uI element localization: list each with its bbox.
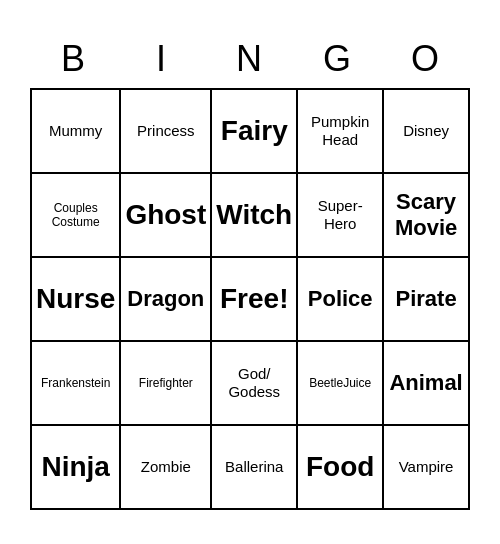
bingo-letter: I: [118, 34, 206, 88]
bingo-cell: Mummy: [32, 90, 121, 174]
bingo-cell: Witch: [212, 174, 298, 258]
bingo-cell: Pirate: [384, 258, 470, 342]
cell-text: Couples Costume: [36, 201, 115, 230]
cell-text: Police: [308, 286, 373, 312]
cell-text: Vampire: [399, 458, 454, 476]
bingo-cell: Ninja: [32, 426, 121, 510]
bingo-cell: Food: [298, 426, 384, 510]
cell-text: Mummy: [49, 122, 102, 140]
bingo-cell: Super-Hero: [298, 174, 384, 258]
cell-text: God/ Godess: [216, 365, 292, 401]
bingo-cell: Frankenstein: [32, 342, 121, 426]
cell-text: Food: [306, 450, 374, 484]
bingo-cell: Princess: [121, 90, 212, 174]
cell-text: Ninja: [41, 450, 109, 484]
bingo-cell: Disney: [384, 90, 470, 174]
bingo-cell: Free!: [212, 258, 298, 342]
cell-text: Princess: [137, 122, 195, 140]
cell-text: Dragon: [127, 286, 204, 312]
bingo-letter: G: [294, 34, 382, 88]
cell-text: Scary Movie: [388, 189, 464, 242]
bingo-cell: Couples Costume: [32, 174, 121, 258]
bingo-cell: Police: [298, 258, 384, 342]
bingo-letter: O: [382, 34, 470, 88]
cell-text: Firefighter: [139, 376, 193, 390]
cell-text: Zombie: [141, 458, 191, 476]
bingo-cell: Vampire: [384, 426, 470, 510]
bingo-header: BINGO: [30, 34, 470, 88]
bingo-cell: Fairy: [212, 90, 298, 174]
cell-text: Ballerina: [225, 458, 283, 476]
bingo-cell: Pumpkin Head: [298, 90, 384, 174]
bingo-cell: Nurse: [32, 258, 121, 342]
bingo-card: BINGO MummyPrincessFairyPumpkin HeadDisn…: [20, 24, 480, 520]
bingo-letter: N: [206, 34, 294, 88]
cell-text: Frankenstein: [41, 376, 110, 390]
cell-text: Pumpkin Head: [302, 113, 378, 149]
bingo-cell: Scary Movie: [384, 174, 470, 258]
bingo-cell: BeetleJuice: [298, 342, 384, 426]
bingo-cell: Animal: [384, 342, 470, 426]
cell-text: Nurse: [36, 282, 115, 316]
bingo-cell: Ghost: [121, 174, 212, 258]
cell-text: Animal: [389, 370, 462, 396]
cell-text: Free!: [220, 282, 288, 316]
cell-text: Super-Hero: [302, 197, 378, 233]
bingo-cell: Zombie: [121, 426, 212, 510]
cell-text: Ghost: [125, 198, 206, 232]
cell-text: Pirate: [395, 286, 456, 312]
bingo-cell: Ballerina: [212, 426, 298, 510]
bingo-letter: B: [30, 34, 118, 88]
bingo-grid: MummyPrincessFairyPumpkin HeadDisneyCoup…: [30, 88, 470, 510]
bingo-cell: God/ Godess: [212, 342, 298, 426]
bingo-cell: Firefighter: [121, 342, 212, 426]
cell-text: Witch: [216, 198, 292, 232]
bingo-cell: Dragon: [121, 258, 212, 342]
cell-text: BeetleJuice: [309, 376, 371, 390]
cell-text: Disney: [403, 122, 449, 140]
cell-text: Fairy: [221, 114, 288, 148]
